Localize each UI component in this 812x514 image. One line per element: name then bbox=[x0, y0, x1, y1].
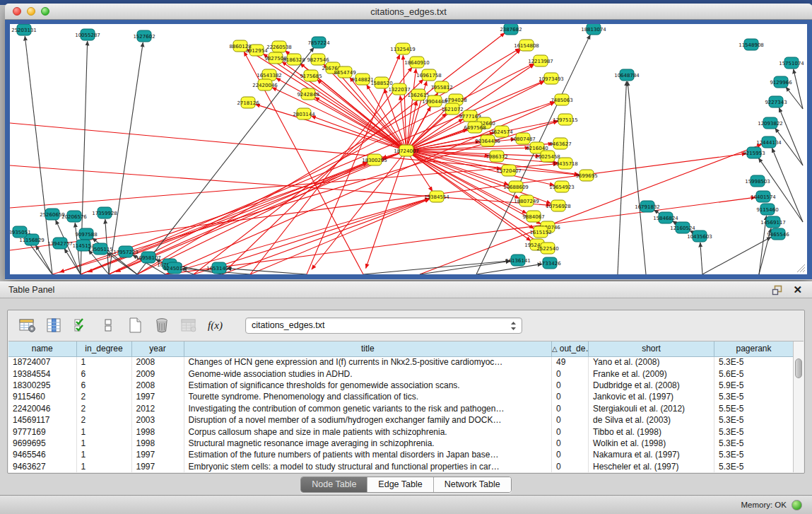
graph-edge[interactable] bbox=[406, 151, 433, 191]
graph-edge[interactable] bbox=[250, 199, 430, 274]
table-cell[interactable]: Estimation of significance thresholds fo… bbox=[184, 380, 552, 391]
table-row[interactable]: 977716911998Corpus callosum shape and si… bbox=[8, 426, 794, 437]
graph-edge[interactable] bbox=[10, 164, 558, 208]
graph-node[interactable]: 10435603 bbox=[687, 230, 712, 242]
table-cell[interactable]: 2008 bbox=[131, 380, 184, 391]
graph-node[interactable]: 18807249 bbox=[514, 195, 539, 206]
graph-edge[interactable] bbox=[628, 81, 646, 274]
tab-node-table[interactable]: Node Table bbox=[301, 477, 367, 492]
graph-node[interactable]: 9097588 bbox=[75, 228, 97, 240]
table-cell[interactable]: 5.5E-5 bbox=[714, 403, 794, 414]
table-cell[interactable]: 2008 bbox=[131, 356, 184, 368]
table-row[interactable]: 969969511998Structural magnetic resonanc… bbox=[8, 438, 794, 449]
table-cell[interactable]: Corpus callosum shape and size in male p… bbox=[184, 426, 552, 437]
graph-node[interactable]: 9115460 bbox=[756, 204, 778, 215]
column-settings-icon[interactable] bbox=[45, 316, 64, 335]
table-cell[interactable]: 9463627 bbox=[8, 461, 76, 472]
graph-node[interactable]: 25203131 bbox=[11, 24, 37, 35]
table-cell[interactable]: de Silva et al. (2003) bbox=[589, 414, 714, 426]
graph-edge[interactable] bbox=[137, 47, 314, 274]
table-cell[interactable]: 9777169 bbox=[8, 426, 76, 437]
table-cell[interactable]: 2 bbox=[76, 414, 131, 426]
graph-node[interactable]: 9463627 bbox=[549, 138, 571, 149]
table-row[interactable]: 2242004622012Investigating the contribut… bbox=[8, 403, 794, 414]
graph-node[interactable]: 9699695 bbox=[575, 170, 597, 181]
table-row[interactable]: 946554611997Estimation of the future num… bbox=[8, 449, 794, 460]
table-cell[interactable]: Genome-wide association studies in ADHD. bbox=[184, 368, 552, 379]
table-cell[interactable]: 5.3E-5 bbox=[714, 461, 794, 472]
tab-edge-table[interactable]: Edge Table bbox=[367, 477, 433, 492]
graph-node[interactable]: 2387682 bbox=[500, 24, 522, 35]
table-cell[interactable]: 2003 bbox=[131, 414, 184, 426]
graph-edge[interactable] bbox=[779, 107, 803, 165]
table-cell[interactable]: 9465546 bbox=[8, 449, 76, 460]
graph-node[interactable]: 1527602 bbox=[133, 30, 155, 42]
graph-node[interactable]: 9827546 bbox=[307, 54, 329, 65]
table-cell[interactable]: 5.9E-5 bbox=[714, 380, 794, 391]
minimize-window-button[interactable] bbox=[27, 7, 35, 16]
table-cell[interactable]: 0 bbox=[552, 438, 589, 449]
graph-edge[interactable] bbox=[81, 81, 544, 274]
table-cell[interactable]: Disruption of a novel member of a sodium… bbox=[184, 414, 552, 426]
table-cell[interactable]: Hescheler et al. (1997) bbox=[589, 461, 714, 472]
table-cell[interactable]: 1 bbox=[76, 356, 131, 368]
graph-edge[interactable] bbox=[109, 42, 143, 274]
float-panel-icon[interactable] bbox=[772, 285, 783, 296]
graph-edge[interactable] bbox=[702, 237, 771, 274]
table-cell[interactable]: 9699695 bbox=[8, 438, 76, 449]
close-window-button[interactable] bbox=[13, 7, 21, 16]
table-cell[interactable]: 2009 bbox=[131, 368, 184, 379]
table-row[interactable]: 1830029562008Estimation of significance … bbox=[8, 380, 794, 391]
table-cell[interactable]: Investigating the contribution of common… bbox=[184, 403, 552, 414]
table-cell[interactable]: 1997 bbox=[131, 461, 184, 472]
column-header-name[interactable]: name bbox=[8, 341, 76, 356]
table-cell[interactable]: 5.3E-5 bbox=[714, 449, 794, 460]
graph-node[interactable]: 11325419 bbox=[390, 43, 416, 54]
graph-edge[interactable] bbox=[109, 64, 534, 274]
table-cell[interactable]: 2 bbox=[76, 403, 131, 414]
column-header-pagerank[interactable]: pagerank bbox=[714, 341, 794, 356]
graph-node[interactable]: 19654923 bbox=[549, 181, 575, 192]
table-cell[interactable]: 1998 bbox=[131, 426, 184, 437]
graph-node[interactable]: 9175685 bbox=[300, 70, 322, 81]
new-table-icon[interactable] bbox=[125, 316, 144, 335]
table-cell[interactable]: 0 bbox=[552, 426, 589, 437]
column-header-year[interactable]: year bbox=[131, 341, 184, 356]
graph-node[interactable]: 18813074 bbox=[581, 24, 606, 35]
modify-table-icon[interactable] bbox=[18, 316, 37, 335]
column-header-title[interactable]: title bbox=[184, 341, 552, 356]
table-cell[interactable]: 1997 bbox=[131, 391, 184, 402]
graph-node[interactable]: 17359928 bbox=[92, 207, 117, 218]
tab-network-table[interactable]: Network Table bbox=[434, 477, 511, 492]
import-table-icon[interactable] bbox=[179, 316, 198, 335]
table-cell[interactable]: 5.3E-5 bbox=[714, 356, 794, 368]
graph-node[interactable]: 1733426 bbox=[539, 257, 561, 269]
table-cell[interactable]: Stergiakouli et al. (2012) bbox=[589, 403, 714, 414]
graph-node[interactable]: 10055287 bbox=[75, 29, 100, 40]
select-columns-icon[interactable] bbox=[71, 316, 90, 335]
table-cell[interactable]: Structural magnetic resonance image aver… bbox=[184, 438, 552, 449]
table-cell[interactable]: 2 bbox=[76, 391, 131, 402]
table-cell[interactable]: 2012 bbox=[131, 403, 184, 414]
table-cell[interactable]: Yano et al. (2008) bbox=[589, 356, 714, 368]
table-cell[interactable]: 6 bbox=[76, 368, 131, 379]
zoom-window-button[interactable] bbox=[41, 7, 49, 16]
graph-node[interactable]: 16961758 bbox=[416, 69, 442, 81]
graph-edge[interactable] bbox=[116, 151, 406, 272]
graph-node[interactable]: 8215953 bbox=[743, 147, 765, 158]
table-cell[interactable]: 5.3E-5 bbox=[714, 426, 794, 437]
graph-edge[interactable] bbox=[311, 116, 406, 151]
graph-node[interactable]: 15998503 bbox=[745, 175, 770, 187]
network-canvas-svg[interactable]: 1872400722260538982750889129548860128818… bbox=[10, 24, 807, 274]
table-cell[interactable]: 0 bbox=[552, 414, 589, 426]
table-vertical-scrollbar[interactable] bbox=[793, 341, 804, 472]
graph-node[interactable]: 7986372 bbox=[486, 151, 507, 162]
memory-status-indicator[interactable] bbox=[792, 500, 802, 510]
table-cell[interactable]: 6 bbox=[76, 380, 131, 391]
graph-node[interactable]: 15751074 bbox=[779, 57, 804, 69]
graph-node[interactable]: 9227343 bbox=[765, 96, 787, 107]
graph-edge[interactable] bbox=[618, 81, 626, 274]
table-cell[interactable]: 0 bbox=[552, 449, 589, 460]
graph-node[interactable]: 18640910 bbox=[404, 57, 430, 68]
graph-node[interactable]: 7485063 bbox=[551, 94, 572, 105]
